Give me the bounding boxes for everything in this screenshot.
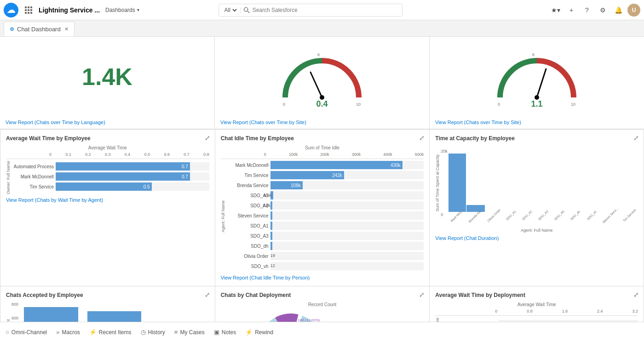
hbar-row: Olivia Order 19 [227, 252, 424, 260]
vbar-sdovh: SDO_vh [584, 149, 599, 217]
history-item[interactable]: ◷ History [141, 329, 165, 336]
time-cap-report-link[interactable]: View Report (Chat Duration) [435, 235, 638, 241]
omni-channel-item[interactable]: ○ Omni-Channel [6, 329, 47, 336]
avg-wait-time-card: Average Wait Time by Employee ⤢ Average … [0, 129, 215, 286]
avg-wait-title: Average Wait Time by Employee [6, 135, 209, 142]
time-cap-chart: Sum of Time Spent at Capacity 20k 0 22k … [435, 145, 638, 228]
vbar-mark: 22k Mark McD... [448, 149, 466, 217]
hbar-row: Brenda Service 108k [227, 181, 424, 189]
svg-rect-0 [25, 6, 27, 8]
svg-rect-5 [30, 9, 32, 11]
vbar-automated: Automated Process [24, 302, 78, 322]
avg-wait-report-link[interactable]: View Report (Chats by Wait Time by Agent… [6, 197, 209, 203]
chat-idle-bars: Mark McDonnell 430k Tim Service 242k Bre… [227, 161, 424, 272]
my-cases-item[interactable]: ≡ My Cases [174, 329, 205, 336]
svg-text:10: 10 [571, 102, 575, 107]
main-content: 1.4K View Report (Chats over Time by Lan… [0, 37, 644, 322]
recent-items-label: Recent Items [99, 329, 132, 336]
chat-idle-chart: Agent: Full Name Mark McDonnell 430k Tim… [221, 161, 424, 272]
avg-wait-deploy-y-label: Chat Button: Developer Name [435, 318, 440, 322]
axis-line [6, 159, 209, 159]
svg-text:6: 6 [317, 52, 320, 57]
macros-item[interactable]: » Macros [56, 329, 80, 336]
help-button[interactable]: ? [581, 4, 593, 17]
expand-chats-accepted[interactable]: ⤢ [205, 291, 210, 298]
chats-accepted-bars: Automated Process Mark McDonnell Tim Ser… [19, 302, 209, 322]
svg-rect-2 [30, 6, 32, 8]
chat-idle-card: Chat Idle Time by Employee ⤢ Sum of Time… [215, 129, 430, 286]
chats-accepted-y-label: Record Count [6, 302, 11, 322]
y-scale: 20k 0 [441, 149, 448, 217]
avg-wait-chart-title: Average Wait Time [6, 145, 209, 150]
top-right-actions: ★▾ + ? ⚙ 🔔 U [549, 4, 640, 17]
hbar-row: Mark McDonnell 0.7 [12, 172, 209, 181]
svg-line-17 [537, 69, 546, 97]
chat-dashboard-tab[interactable]: ⊕ Chat Dashboard ✕ [4, 22, 75, 36]
notes-item[interactable]: ▣ Notes [214, 329, 236, 336]
top-nav-bar: Lightning Service ... Dashboards ▾ All |… [0, 0, 644, 20]
setup-icon-button[interactable]: ⚙ [596, 4, 609, 17]
expand-time-cap[interactable]: ⤢ [633, 134, 639, 142]
tab-icon: ⊕ [10, 26, 14, 32]
rewind-label: Rewind [255, 329, 273, 336]
expand-chats-deploy[interactable]: ⤢ [419, 291, 425, 298]
app-name: Lightning Service ... [39, 6, 100, 14]
third-row: Chats Accepted by Employee ⤢ Record Coun… [0, 286, 644, 322]
chat-idle-chart-title: Sum of Time Idle [221, 145, 424, 150]
search-input[interactable] [250, 7, 398, 13]
svg-text:1.1: 1.1 [531, 99, 542, 107]
time-cap-x-label: Agent: Full Name [435, 228, 638, 233]
vbar-sdoa5: SDO_A5 [552, 149, 567, 217]
chat-idle-y-label: Agent: Full Name [221, 200, 225, 233]
hbar-row: Tim Service 242k [227, 171, 424, 179]
donut-wrapper: 1.4k 180 (12.62%) 1.2k (88.44%) [254, 309, 328, 322]
expand-avg-wait-deploy[interactable]: ⤢ [633, 291, 639, 298]
my-cases-label: My Cases [180, 329, 204, 336]
breadcrumb-tab[interactable]: Dashboards ▾ [105, 7, 139, 13]
svg-text:6: 6 [532, 52, 535, 57]
chats-accepted-card: Chats Accepted by Employee ⤢ Record Coun… [0, 286, 215, 322]
hbar-row: Community_Chat 0 [442, 320, 638, 322]
omni-channel-icon: ○ [6, 329, 9, 336]
expand-avg-wait[interactable]: ⤢ [205, 134, 210, 142]
avg-wait-deploy-x-labels: 00.81.62.43.2 [435, 309, 638, 314]
time-cap-bars-wrapper: 22k Mark McD... 2.2k Brenda Ser... Olivi… [448, 149, 638, 217]
recent-items-item[interactable]: ⚡ Recent Items [89, 329, 132, 336]
gauge-card-1: 1.4K View Report (Chats over Time by Lan… [0, 37, 215, 129]
gauge-1-report-link[interactable]: View Report (Chats over Time by Language… [6, 120, 105, 125]
notes-label: Notes [222, 329, 236, 336]
notification-button[interactable]: 🔔 [612, 4, 625, 17]
chat-idle-x-labels: 0100k200k300k400k500k [221, 152, 424, 157]
svg-rect-4 [28, 9, 29, 11]
history-label: History [148, 329, 165, 336]
vbar-brenda: 2.2k Brenda Ser... [466, 149, 485, 217]
chat-idle-report-link[interactable]: View Report (Chat Idle Time by Person) [221, 275, 424, 280]
avg-wait-deploy-chart: Chat Button: Developer Name Community_Ch… [435, 318, 638, 322]
avatar[interactable]: U [627, 4, 640, 17]
axis-line [221, 159, 424, 159]
tab-close-button[interactable]: ✕ [64, 26, 69, 32]
time-at-capacity-card: Time at Capacity by Employee ⤢ Sum of Ti… [429, 129, 644, 286]
svg-point-9 [244, 7, 247, 11]
search-filter-select[interactable]: All [223, 6, 238, 14]
expand-chat-idle[interactable]: ⤢ [419, 134, 425, 142]
time-cap-title: Time at Capacity by Employee [435, 135, 638, 142]
gauge-wrapper-2: 0.4 0 6 10 [220, 37, 424, 117]
gauge-2-report-link[interactable]: View Report (Chats over Time by Site) [220, 120, 306, 125]
favorite-button[interactable]: ★▾ [549, 4, 562, 17]
y-axis-scale: 800 600 400 200 0 [12, 302, 18, 322]
gauge-svg-2: 0.4 0 6 10 [276, 47, 368, 107]
notes-icon: ▣ [214, 329, 219, 336]
breadcrumb-label: Dashboards [105, 7, 135, 13]
svg-line-11 [310, 72, 322, 97]
avg-wait-deploy-title: Average Wait Time by Deployment [435, 292, 638, 298]
donut-label-other: 180 (12.62%) [298, 318, 320, 322]
waffle-menu-button[interactable] [22, 4, 35, 17]
rewind-item[interactable]: ⚡ Rewind [245, 329, 273, 336]
avg-wait-bars: Automated Process 0.7 Mark McDonnell 0.7… [12, 162, 209, 193]
omni-channel-label: Omni-Channel [12, 329, 47, 336]
gauge-card-3: 1.1 0 6 10 View Report (Chats over Time … [430, 37, 644, 129]
avg-wait-chart: Owner: Full Name Automated Process 0.7 M… [6, 161, 209, 194]
add-button[interactable]: + [565, 4, 578, 17]
gauge-3-report-link[interactable]: View Report (Chats over Time by Site) [435, 120, 521, 125]
